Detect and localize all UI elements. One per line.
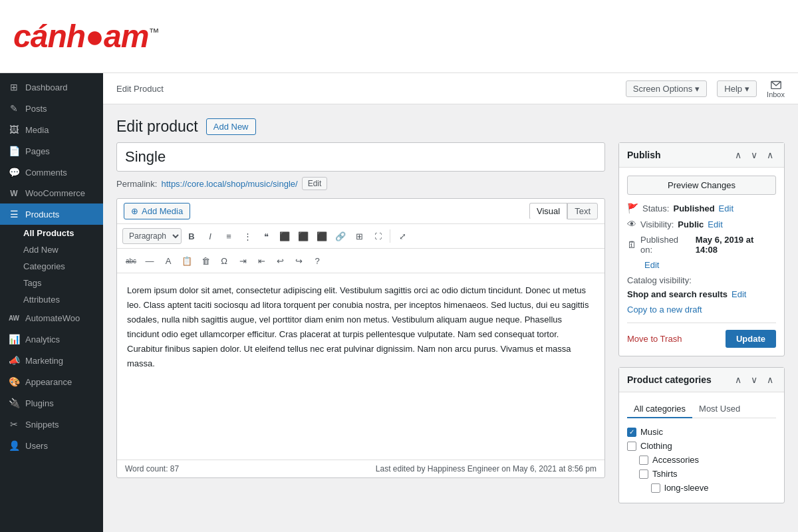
music-checkbox[interactable]: ✓ xyxy=(627,428,636,437)
special-char-button[interactable]: Ω xyxy=(215,252,233,269)
copy-draft-link[interactable]: Copy to a new draft xyxy=(627,305,776,315)
sidebar-item-automatewoo[interactable]: AW AutomateWoo xyxy=(0,308,103,329)
product-title-input[interactable] xyxy=(116,142,605,172)
paste-from-word-button[interactable]: 📋 xyxy=(178,252,196,269)
edit-slug-button[interactable]: Edit xyxy=(302,177,328,190)
submenu-all-products[interactable]: All Products xyxy=(0,225,103,241)
status-edit-link[interactable]: Edit xyxy=(719,203,733,213)
visual-tab[interactable]: Visual xyxy=(529,203,567,219)
preview-changes-button[interactable]: Preview Changes xyxy=(627,176,776,195)
cat-close[interactable]: ∧ xyxy=(764,373,776,386)
sidebar-item-media[interactable]: 🖼 Media xyxy=(0,119,103,140)
undo-button[interactable]: ↩ xyxy=(271,252,289,269)
sidebar-item-posts[interactable]: ✎ Posts xyxy=(0,98,103,119)
indent-button[interactable]: ⇥ xyxy=(234,252,251,269)
sidebar-item-pages[interactable]: 📄 Pages xyxy=(0,140,103,162)
help-label: Help xyxy=(724,84,742,94)
help-button[interactable]: Help ▾ xyxy=(717,80,757,97)
add-media-button[interactable]: ⊕ Add Media xyxy=(124,203,190,219)
sidebar-item-label: Snippets xyxy=(25,420,59,430)
blockquote-button[interactable]: ❝ xyxy=(257,227,275,245)
categories-box-title: Product categories xyxy=(627,374,712,385)
published-value: May 6, 2019 at 14:08 xyxy=(696,235,776,255)
accessories-checkbox[interactable] xyxy=(639,456,648,465)
cat-collapse-down[interactable]: ∨ xyxy=(748,373,760,386)
sidebar-item-woocommerce[interactable]: W WooCommerce xyxy=(0,183,103,203)
hr-button[interactable]: — xyxy=(141,252,158,269)
tshirts-checkbox[interactable] xyxy=(639,469,648,479)
collapse-up-button[interactable]: ∧ xyxy=(732,148,744,162)
comments-icon: 💬 xyxy=(8,167,20,178)
collapse-down-button[interactable]: ∨ xyxy=(748,148,760,162)
categories-list: ✓ Music Clothing Accessories xyxy=(627,425,776,495)
add-new-button[interactable]: Add New xyxy=(206,118,256,135)
status-label: Status: xyxy=(642,203,669,213)
catalog-edit-link[interactable]: Edit xyxy=(732,289,746,299)
help-button[interactable]: ? xyxy=(309,252,326,269)
redo-button[interactable]: ↪ xyxy=(290,252,307,269)
close-button[interactable]: ∧ xyxy=(764,148,776,162)
update-button[interactable]: Update xyxy=(726,330,776,348)
tshirts-label: Tshirts xyxy=(652,469,678,479)
sidebar-item-dashboard[interactable]: ⊞ Dashboard xyxy=(0,76,103,98)
inbox-button[interactable]: Inbox xyxy=(767,78,785,98)
cat-collapse-up[interactable]: ∧ xyxy=(732,373,744,386)
sidebar-item-plugins[interactable]: 🔌 Plugins xyxy=(0,392,103,414)
breadcrumb-bar: Edit Product Screen Options ▾ Help ▾ Inb… xyxy=(103,73,798,104)
word-count-label: Word count: xyxy=(125,464,168,473)
unordered-list-button[interactable]: ≡ xyxy=(220,227,237,245)
sidebar-item-products[interactable]: ☰ Products xyxy=(0,203,103,225)
ordered-list-button[interactable]: ⋮ xyxy=(239,227,256,245)
font-color-button[interactable]: A xyxy=(160,252,177,269)
sidebar-item-users[interactable]: 👤 Users xyxy=(0,435,103,456)
submenu-attributes[interactable]: Attributes xyxy=(0,291,103,308)
sidebar-item-snippets[interactable]: ✂ Snippets xyxy=(0,414,103,435)
submenu-tags[interactable]: Tags xyxy=(0,275,103,291)
editor-box: ⊕ Add Media Visual Text Paragraph xyxy=(116,198,605,478)
align-right-button[interactable]: ⬛ xyxy=(313,227,331,245)
submenu-add-new[interactable]: Add New xyxy=(0,241,103,258)
sidebar-item-analytics[interactable]: 📊 Analytics xyxy=(0,329,103,350)
clear-format-button[interactable]: 🗑 xyxy=(197,252,214,269)
category-music: ✓ Music xyxy=(627,425,776,439)
editor-content[interactable]: Lorem ipsum dolor sit amet, consectetur … xyxy=(117,273,604,460)
move-to-trash-link[interactable]: Move to Trash xyxy=(627,334,682,344)
expand-button[interactable]: ⤢ xyxy=(394,227,411,245)
permalink-link[interactable]: https://core.local/shop/music/single/ xyxy=(161,179,297,189)
posts-icon: ✎ xyxy=(8,103,20,114)
editor-text: Lorem ipsum dolor sit amet, consectetur … xyxy=(127,283,595,372)
screen-options-button[interactable]: Screen Options ▾ xyxy=(626,80,708,97)
align-left-button[interactable]: ⬛ xyxy=(276,227,293,245)
align-center-button[interactable]: ⬛ xyxy=(295,227,312,245)
users-icon: 👤 xyxy=(8,440,20,451)
sidebar-item-label: Marketing xyxy=(25,356,63,366)
paragraph-select[interactable]: Paragraph xyxy=(122,228,182,244)
status-row: 🚩 Status: Published Edit xyxy=(627,203,776,213)
submenu-categories[interactable]: Categories xyxy=(0,258,103,275)
clothing-checkbox[interactable] xyxy=(627,442,636,451)
sidebar-item-comments[interactable]: 💬 Comments xyxy=(0,162,103,183)
sidebar-item-label: Products xyxy=(25,209,59,219)
sidebar-item-label: Pages xyxy=(25,146,50,156)
editor-toolbar-top: ⊕ Add Media Visual Text xyxy=(117,199,604,224)
bold-button[interactable]: B xyxy=(183,227,200,245)
products-icon: ☰ xyxy=(8,209,20,219)
visibility-icon: 👁 xyxy=(627,219,636,229)
sidebar-item-marketing[interactable]: 📣 Marketing xyxy=(0,350,103,371)
text-tab[interactable]: Text xyxy=(567,203,598,219)
table-button[interactable]: ⊞ xyxy=(350,227,368,245)
fullscreen-button[interactable]: ⛶ xyxy=(369,227,386,245)
visibility-edit-link[interactable]: Edit xyxy=(708,219,722,229)
long-sleeve-checkbox[interactable] xyxy=(651,483,660,493)
most-used-tab[interactable]: Most Used xyxy=(692,400,747,418)
link-button[interactable]: 🔗 xyxy=(332,227,349,245)
categories-box: Product categories ∧ ∨ ∧ All categories … xyxy=(618,367,785,503)
published-edit-link[interactable]: Edit xyxy=(644,260,659,270)
strikethrough-button[interactable]: abc xyxy=(122,252,140,269)
all-categories-tab[interactable]: All categories xyxy=(627,400,692,418)
outdent-button[interactable]: ⇤ xyxy=(253,252,270,269)
analytics-icon: 📊 xyxy=(8,334,20,344)
italic-button[interactable]: I xyxy=(201,227,219,245)
sidebar-item-appearance[interactable]: 🎨 Appearance xyxy=(0,371,103,392)
permalink-label: Permalink: xyxy=(116,179,157,189)
